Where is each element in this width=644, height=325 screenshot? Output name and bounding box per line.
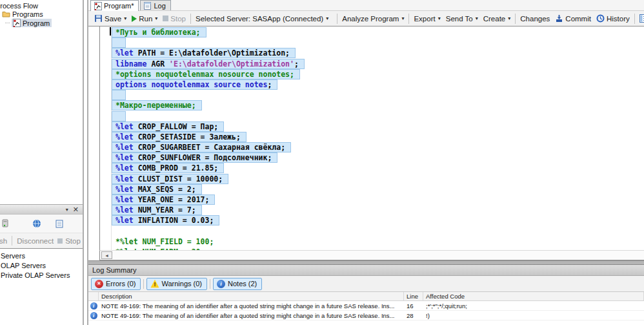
log-note-row[interactable]: NOTE 49-169: The meaning of an identifie… — [88, 311, 644, 320]
export-label: Export — [414, 15, 435, 23]
code-area[interactable]: *Путь и библиотека; %let PATH = E:\dataf… — [112, 27, 644, 250]
run-label: Run — [139, 15, 152, 23]
code-line[interactable]: %let NUM_YEAR = 7; — [112, 205, 644, 215]
code-line[interactable]: *Макро-переменные; — [112, 100, 644, 110]
code-line[interactable]: *%let NUM_FARM = 20 — [112, 247, 644, 250]
editor-horizontal-scrollbar[interactable]: ◄ — [99, 250, 644, 260]
stop-label: Stop — [170, 15, 186, 23]
line-column-header[interactable]: Line — [404, 292, 423, 300]
main-area: Program* Log Save▾ Run▾ Stop Selecte — [88, 0, 644, 325]
separator — [337, 14, 337, 24]
log-note-row[interactable]: NOTE 49-169: The meaning of an identifie… — [88, 301, 644, 311]
export-button[interactable]: Export▾ — [411, 14, 443, 24]
history-button[interactable]: History — [594, 13, 632, 24]
stop-label: Stop — [65, 237, 81, 245]
chevron-down-icon: ▾ — [155, 16, 157, 21]
affected-code-column-header[interactable]: Affected Code — [423, 292, 644, 300]
description-column-header[interactable]: Description — [99, 292, 404, 300]
code-line[interactable]: *%let NUM_FIELD = 100; — [112, 236, 644, 247]
servers-panel: ▾ ✕ Refresh Disconnect Stop — [0, 204, 83, 325]
code-line[interactable]: %let COMB_PROD = 21.85; — [112, 163, 644, 173]
warnings-filter-button[interactable]: Warnings (0) — [146, 278, 207, 290]
code-line[interactable]: %let CROP_SUGARBEET = Сахарная свёкла; — [112, 142, 644, 152]
code-line[interactable] — [112, 226, 644, 236]
log-summary-filters: Errors (0)Warnings (0)Notes (2) — [88, 276, 644, 292]
commit-icon — [555, 14, 563, 23]
code-line[interactable]: *Путь и библиотека; — [112, 27, 644, 37]
code-line[interactable]: %let CROP_SETASIDE = Залежь; — [112, 132, 644, 142]
tree-node-program[interactable]: Program — [5, 19, 83, 27]
tab-program[interactable]: Program* — [90, 0, 139, 11]
errors-filter-button[interactable]: Errors (0) — [91, 278, 141, 290]
servers-panel-header: ▾ ✕ — [0, 205, 83, 215]
tab-label: Program* — [104, 2, 134, 10]
history-label: History — [607, 15, 630, 23]
tab-label: Log — [154, 2, 165, 10]
tree-node-process-flow[interactable]: Process Flow — [0, 1, 83, 10]
icon-column-header[interactable] — [88, 292, 99, 300]
log-summary-title: Log Summary — [88, 265, 644, 276]
tree-node-programs[interactable]: Programs — [2, 10, 83, 18]
notes-filter-button[interactable]: Notes (2) — [213, 278, 262, 290]
send-to-button[interactable]: Send To▾ — [443, 14, 481, 24]
commit-button[interactable]: Commit — [552, 13, 594, 24]
code-line[interactable]: %let CROP_SUNFLOWER = Подсолнечник; — [112, 152, 644, 163]
servers-tree-item[interactable]: Private OLAP Servers — [1, 271, 83, 280]
run-button[interactable]: Run▾ — [129, 14, 160, 24]
server-selector[interactable]: Selected Server: SASApp (Connected)▾ — [193, 14, 331, 24]
code-line[interactable]: %let YEAR_ONE = 2017; — [112, 194, 644, 205]
code-line[interactable] — [112, 111, 644, 121]
filter-label: Warnings (0) — [161, 280, 202, 288]
disconnect-button[interactable]: Disconnect — [15, 236, 55, 246]
analyze-program-button[interactable]: Analyze Program▾ — [339, 14, 407, 24]
send-to-label: Send To — [446, 15, 473, 23]
note-description: NOTE 49-169: The meaning of an identifie… — [99, 301, 404, 310]
tree-node-label: Program — [23, 19, 50, 27]
refresh-button[interactable]: Refresh — [0, 236, 9, 246]
left-sidebar: Process Flow Programs Program ▾ ✕ — [0, 0, 83, 325]
code-line[interactable] — [112, 90, 644, 100]
notebook-icon[interactable] — [55, 220, 63, 228]
code-line[interactable]: %let CROP_FALLOW = Пар; — [112, 121, 644, 132]
table-body: NOTE 49-169: The meaning of an identifie… — [88, 301, 644, 320]
code-line[interactable]: %let CLUST_DIST = 10000; — [112, 174, 644, 184]
separator — [408, 14, 409, 24]
save-button[interactable]: Save▾ — [92, 13, 129, 24]
code-line[interactable]: options noquotelenmax source notes; — [112, 79, 644, 90]
vertical-splitter[interactable] — [83, 0, 88, 325]
code-line[interactable] — [112, 37, 644, 48]
properties-button[interactable]: Properties — [637, 13, 644, 24]
changes-button[interactable]: Changes — [518, 14, 552, 24]
panel-close-icon[interactable]: ✕ — [73, 206, 79, 213]
code-line[interactable]: %let PATH = E:\datafolder\Optimization; — [112, 48, 644, 58]
code-line[interactable]: libname AGR 'E:\datafolder\Optimization'… — [112, 59, 644, 69]
scroll-left-icon[interactable]: ◄ — [101, 251, 112, 259]
separator — [634, 14, 635, 24]
code-line[interactable]: *options noquotelenmax nosource nonotes; — [112, 69, 644, 79]
chevron-down-icon: ▾ — [476, 16, 478, 21]
run-icon — [132, 16, 137, 22]
code-line[interactable]: %let MAX_SEQS = 2; — [112, 184, 644, 194]
servers-tree-item[interactable]: OLAP Servers — [1, 261, 83, 271]
code-editor[interactable]: *Путь и библиотека; %let PATH = E:\dataf… — [99, 26, 644, 250]
stop-button[interactable]: Stop — [160, 14, 188, 24]
tree-node-label: Process Flow — [0, 2, 38, 10]
chevron-down-icon: ▾ — [326, 16, 328, 21]
note-affected-code: !) — [423, 311, 644, 320]
panel-menu-icon[interactable]: ▾ — [66, 207, 68, 213]
globe-icon[interactable] — [32, 219, 41, 228]
separator — [143, 279, 144, 289]
sas-eg-window: Process Flow Programs Program ▾ ✕ — [0, 0, 644, 325]
chevron-down-icon: ▾ — [401, 16, 404, 21]
tab-log[interactable]: Log — [140, 0, 170, 10]
tree-node-selection: Program — [12, 19, 52, 27]
create-button[interactable]: Create▾ — [481, 14, 514, 24]
servers-tree-item[interactable]: Servers — [1, 251, 83, 261]
stop-server-button[interactable]: Stop — [55, 236, 83, 246]
chevron-down-icon: ▾ — [124, 16, 126, 21]
separator — [515, 14, 516, 24]
code-line[interactable]: %let INFLATION = 0.03; — [112, 215, 644, 225]
save-label: Save — [105, 15, 121, 23]
server-icon[interactable] — [1, 219, 9, 228]
horizontal-splitter[interactable] — [88, 260, 644, 265]
